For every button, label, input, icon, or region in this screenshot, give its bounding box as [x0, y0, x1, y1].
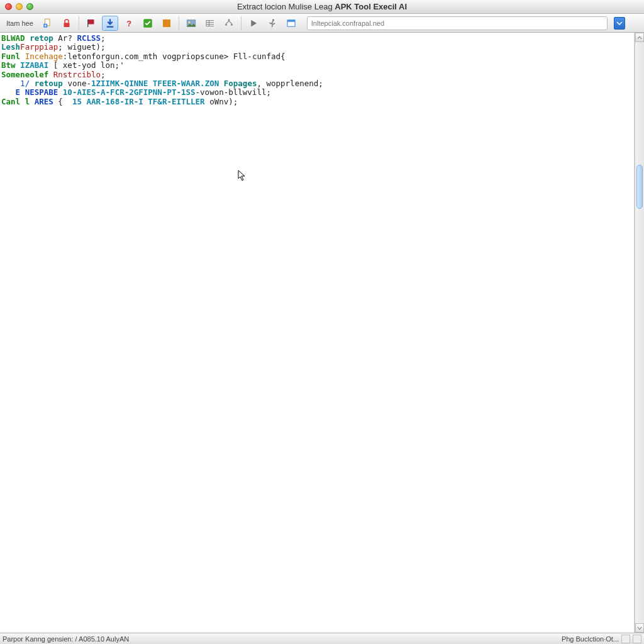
picture-button[interactable] — [183, 16, 199, 31]
new-file-icon — [42, 18, 53, 29]
code-editor[interactable]: BLWAD retop Ar? RCLSS;LeshFarppiap; wigu… — [0, 33, 635, 633]
code-line: Someneolef Rnstrciblo; — [1, 70, 633, 79]
tree-button[interactable] — [221, 16, 237, 31]
svg-rect-4 — [87, 19, 89, 27]
square-icon — [161, 18, 172, 29]
scroll-down-button[interactable] — [635, 623, 644, 633]
lock-icon — [61, 18, 72, 29]
status-left: Parpor Kanng gensien: / A085.10 AulyAN — [3, 635, 562, 643]
code-line: Btw IZABAI [ xet-yod lon;' — [1, 61, 633, 70]
svg-rect-8 — [163, 19, 170, 27]
code-line: BLWAD retop Ar? RCLSS; — [1, 34, 633, 43]
window-controls — [0, 3, 33, 10]
zoom-window-button[interactable] — [26, 3, 33, 10]
status-icon-1[interactable] — [621, 635, 630, 643]
editor-area: BLWAD retop Ar? RCLSS;LeshFarppiap; wigu… — [0, 33, 644, 633]
status-right: Phg Buclction·Ot... — [562, 635, 641, 643]
toolbar-separator — [179, 16, 179, 30]
svg-point-13 — [231, 23, 233, 25]
vertical-scrollbar[interactable] — [635, 33, 644, 633]
person-run-icon — [267, 18, 278, 29]
status-right-text: Phg Buclction·Ot... — [562, 635, 619, 643]
chevron-down-icon — [616, 20, 623, 26]
status-icon-2[interactable] — [633, 635, 641, 643]
chevron-down-icon — [637, 626, 642, 631]
search-input[interactable] — [308, 19, 607, 27]
close-window-button[interactable] — [5, 3, 12, 10]
play-button[interactable] — [245, 16, 262, 31]
svg-text:?: ? — [126, 18, 131, 28]
scroll-up-button[interactable] — [635, 33, 644, 42]
lock-button[interactable] — [58, 16, 75, 31]
code-line: Funl Incehage:letonforgun.com_mth vogpri… — [1, 52, 633, 61]
scrollbar-thumb[interactable] — [636, 165, 643, 209]
titlebar: Extract locion Mulise Leag APK Tool Exec… — [0, 0, 644, 14]
code-line: E NESPABE 10-AIES-A-FCR-2GFIPNN-PT-1SS-v… — [1, 88, 633, 97]
window-icon — [286, 18, 297, 29]
help-button[interactable]: ? — [121, 16, 137, 31]
question-icon: ? — [123, 18, 135, 29]
flag-icon — [86, 18, 97, 29]
svg-rect-2 — [64, 23, 69, 27]
play-icon — [248, 18, 259, 29]
code-line: 1/ retoup vone-1ZIIMK-QINNE TFEER-WAAR.Z… — [1, 79, 633, 88]
check-icon — [142, 18, 153, 29]
check-button[interactable] — [140, 16, 156, 31]
minimize-window-button[interactable] — [16, 3, 23, 10]
picture-icon — [186, 18, 197, 29]
code-line: LeshFarppiap; wiguet); — [1, 43, 633, 52]
svg-rect-3 — [87, 19, 94, 25]
download-button[interactable] — [102, 16, 118, 31]
svg-point-12 — [225, 23, 227, 25]
download-icon — [104, 18, 116, 29]
svg-rect-5 — [107, 26, 114, 27]
toolbar-item-label[interactable]: Itam hee — [3, 18, 37, 28]
toolbar: Itam hee ? — [0, 14, 644, 33]
search-dropdown-button[interactable] — [614, 17, 625, 30]
toolbar-separator — [79, 16, 79, 30]
stop-button[interactable] — [158, 16, 175, 31]
tree-icon — [223, 18, 235, 29]
statusbar: Parpor Kanng gensien: / A085.10 AulyAN P… — [0, 633, 644, 644]
chevron-up-icon — [637, 35, 642, 40]
run-button[interactable] — [264, 16, 280, 31]
code-line: Canl l ARES { 15 AAR-168-IR-I TF&R-EITLL… — [1, 97, 633, 106]
search-box — [307, 16, 608, 30]
svg-rect-16 — [287, 19, 295, 21]
toolbar-separator — [241, 16, 242, 30]
list-icon — [204, 18, 216, 29]
svg-point-14 — [272, 19, 274, 21]
window-title: Extract locion Mulise Leag APK Tool Exec… — [0, 2, 644, 11]
new-file-button[interactable] — [40, 16, 56, 31]
window-button[interactable] — [283, 16, 299, 31]
svg-point-11 — [228, 19, 230, 21]
svg-point-10 — [188, 21, 190, 23]
flag-button[interactable] — [83, 16, 99, 31]
list-button[interactable] — [202, 16, 218, 31]
